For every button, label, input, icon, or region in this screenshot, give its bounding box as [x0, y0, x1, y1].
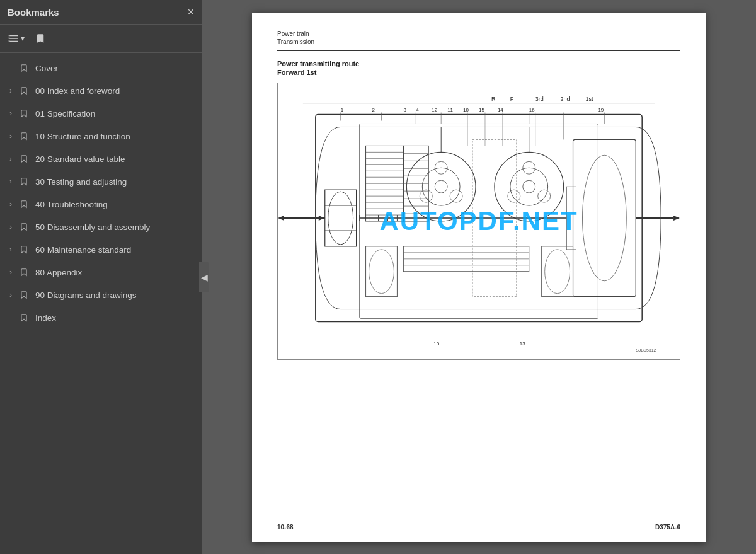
- svg-point-75: [369, 250, 394, 294]
- chevron-icon[interactable]: ›: [5, 200, 16, 209]
- svg-text:11: 11: [447, 107, 453, 113]
- svg-text:2nd: 2nd: [561, 96, 570, 102]
- bookmark-icon: [18, 109, 30, 118]
- close-button[interactable]: ×: [187, 6, 194, 18]
- svg-text:19: 19: [598, 107, 604, 113]
- bookmark-icon: [18, 86, 30, 95]
- page-footer: 10-68 D375A-6: [277, 524, 680, 531]
- svg-rect-3: [9, 35, 10, 36]
- bookmark-icon: [18, 64, 30, 72]
- svg-text:12: 12: [432, 107, 437, 113]
- svg-point-62: [523, 180, 536, 193]
- svg-text:14: 14: [498, 107, 503, 113]
- bookmark-item-40[interactable]: ›40 Troubleshooting: [0, 193, 202, 216]
- chevron-icon[interactable]: ›: [5, 177, 16, 186]
- collapse-panel-button[interactable]: ◀: [199, 262, 209, 292]
- bookmark-item-cover[interactable]: ›Cover: [0, 57, 202, 79]
- bookmark-label: 40 Troubleshooting: [35, 200, 195, 209]
- svg-point-64: [538, 190, 551, 202]
- svg-point-61: [510, 168, 548, 205]
- bookmark-label: Cover: [35, 64, 195, 73]
- sidebar-title: Bookmarks: [8, 7, 59, 18]
- bookmark-item-00[interactable]: ›00 Index and foreword: [0, 79, 202, 102]
- section-subtitle: Forward 1st: [277, 69, 680, 76]
- bookmark-label: 90 Diagrams and drawings: [35, 291, 195, 300]
- svg-rect-0: [9, 35, 18, 37]
- bookmark-item-30[interactable]: ›30 Testing and adjusting: [0, 170, 202, 193]
- list-icon: [8, 33, 20, 44]
- bookmark-view-button[interactable]: [30, 30, 50, 47]
- bookmark-label: 80 Appendix: [35, 268, 195, 277]
- transmission-diagram: R F 3rd 2nd 1st 1 2 3 4 12 11 10 15: [277, 83, 680, 360]
- chevron-icon[interactable]: ›: [5, 86, 16, 95]
- chevron-icon[interactable]: ›: [5, 268, 16, 277]
- svg-point-67: [582, 155, 626, 280]
- svg-point-28: [328, 192, 353, 245]
- page-header-line1: Power train: [277, 30, 680, 37]
- bookmark-icon: [18, 291, 30, 299]
- chevron-icon[interactable]: ›: [5, 222, 16, 231]
- svg-point-60: [495, 152, 564, 221]
- svg-text:3: 3: [403, 107, 406, 113]
- svg-text:4: 4: [416, 107, 419, 113]
- svg-point-65: [508, 190, 520, 202]
- sidebar-toolbar: ▾: [0, 25, 202, 53]
- bookmark-icon: [18, 132, 30, 141]
- bookmark-label: 01 Specification: [35, 109, 195, 118]
- bookmark-label: 50 Disassembly and assembly: [35, 222, 195, 232]
- bookmark-item-10[interactable]: ›10 Structure and function: [0, 125, 202, 147]
- bookmark-item-01[interactable]: ›01 Specification: [0, 102, 202, 125]
- svg-text:13: 13: [520, 341, 525, 347]
- chevron-icon[interactable]: ›: [5, 109, 16, 118]
- page-model: D375A-6: [655, 524, 680, 531]
- svg-text:SJB05312: SJB05312: [636, 348, 656, 352]
- chevron-icon[interactable]: ›: [5, 154, 16, 163]
- svg-point-45: [422, 168, 460, 205]
- page-divider: [277, 50, 680, 51]
- svg-marker-26: [319, 216, 325, 221]
- svg-rect-5: [9, 40, 10, 42]
- svg-text:10: 10: [433, 341, 439, 347]
- svg-marker-25: [278, 216, 284, 221]
- svg-text:15: 15: [479, 107, 484, 113]
- chevron-icon[interactable]: ›: [5, 291, 16, 299]
- bookmark-item-50[interactable]: ›50 Disassembly and assembly: [0, 216, 202, 238]
- svg-rect-76: [542, 246, 573, 297]
- chevron-icon[interactable]: ›: [5, 245, 16, 254]
- bookmark-list: ›Cover›00 Index and foreword›01 Specific…: [0, 53, 202, 554]
- svg-text:2: 2: [372, 107, 375, 113]
- svg-marker-69: [673, 216, 680, 221]
- bookmark-item-index[interactable]: ›Index: [0, 306, 202, 329]
- bookmark-label: 00 Index and foreword: [35, 86, 195, 96]
- bookmark-icon: [18, 200, 30, 209]
- bookmark-icon: [18, 177, 30, 186]
- svg-text:F: F: [510, 96, 514, 102]
- bookmark-item-60[interactable]: ›60 Maintenance standard: [0, 238, 202, 261]
- page-header-line2: Transmission: [277, 38, 680, 45]
- svg-rect-1: [9, 38, 18, 39]
- svg-rect-27: [325, 190, 357, 246]
- bookmark-item-20[interactable]: ›20 Standard value table: [0, 147, 202, 170]
- svg-rect-90: [567, 187, 576, 250]
- svg-point-49: [420, 190, 432, 202]
- svg-text:1st: 1st: [585, 96, 593, 102]
- chevron-icon[interactable]: ›: [5, 132, 16, 141]
- bookmark-label: 60 Maintenance standard: [35, 245, 195, 255]
- svg-text:R: R: [491, 96, 496, 102]
- dropdown-chevron: ▾: [21, 34, 25, 43]
- list-view-button[interactable]: ▾: [6, 30, 26, 47]
- svg-point-44: [406, 152, 476, 221]
- svg-rect-74: [366, 246, 398, 297]
- bookmark-panel-icon: [35, 33, 46, 44]
- svg-text:10: 10: [463, 107, 469, 113]
- bookmark-icon: [18, 313, 30, 322]
- svg-point-46: [435, 180, 447, 193]
- svg-point-77: [545, 250, 570, 294]
- document-page: Power train Transmission Power transmitt…: [252, 13, 706, 542]
- bookmark-item-80[interactable]: ›80 Appendix: [0, 261, 202, 284]
- diagram-svg: R F 3rd 2nd 1st 1 2 3 4 12 11 10 15: [278, 83, 680, 359]
- bookmark-label: 10 Structure and function: [35, 132, 195, 141]
- bookmark-label: 30 Testing and adjusting: [35, 177, 195, 187]
- bookmark-icon: [18, 154, 30, 163]
- bookmark-item-90[interactable]: ›90 Diagrams and drawings: [0, 284, 202, 306]
